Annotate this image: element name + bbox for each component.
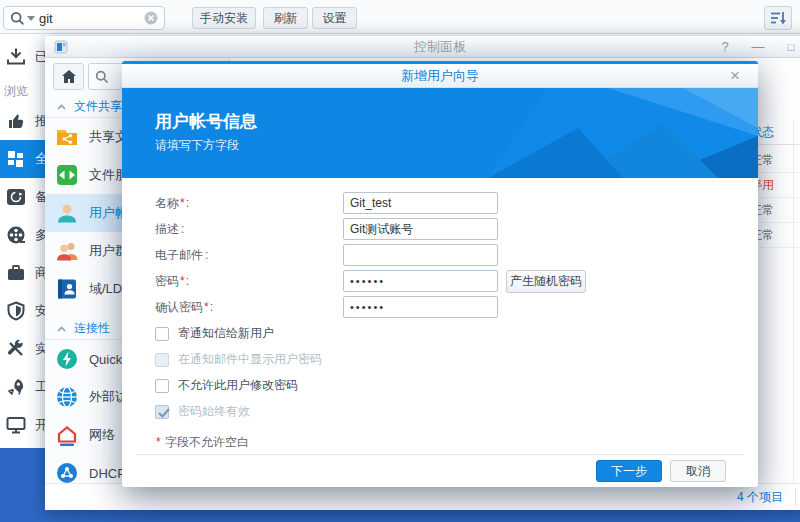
dialog-body: 名称*: 描述: 电子邮件: 密码*: 产生随机密码 确认密码*: 寄通知信给新… xyxy=(122,178,758,451)
field-label: 电子邮件: xyxy=(155,247,343,264)
cancel-button[interactable]: 取消 xyxy=(670,460,726,482)
refresh-button[interactable]: 刷新 xyxy=(263,7,308,29)
chevron-up-icon xyxy=(57,326,66,332)
footer-divider xyxy=(136,454,744,455)
sidebar-item-label: 网络 xyxy=(89,426,115,444)
sort-icon xyxy=(770,11,787,26)
tools-icon xyxy=(6,339,26,359)
checkbox-label: 密码始终有效 xyxy=(178,403,250,420)
quickconnect-icon xyxy=(55,347,79,371)
items-count: 4 个项目 xyxy=(737,489,783,506)
field-row-email: 电子邮件: xyxy=(155,242,758,268)
close-icon[interactable]: × xyxy=(724,65,746,87)
disallow-password-change-checkbox[interactable] xyxy=(155,379,169,393)
package-center-toolbar: 手动安装 刷新 设置 xyxy=(0,0,800,34)
dialog-title: 新增用户向导 xyxy=(122,64,758,88)
password-never-expires-checkbox xyxy=(155,405,169,419)
checkbox-row-password-never-expires: 密码始终有效 xyxy=(155,399,758,424)
field-label: 描述: xyxy=(155,221,343,238)
window-title: 控制面板 xyxy=(45,36,800,58)
field-row-name: 名称*: xyxy=(155,190,758,216)
dialog-header-title: 用户帐号信息 xyxy=(155,110,257,133)
next-button[interactable]: 下一步 xyxy=(596,460,662,482)
control-panel-app-icon xyxy=(54,40,68,54)
control-panel-statusbar: 4 个项目 xyxy=(45,483,800,510)
monitor-icon xyxy=(6,415,26,435)
show-password-in-mail-checkbox xyxy=(155,353,169,367)
column-divider xyxy=(793,120,794,496)
description-field[interactable] xyxy=(343,218,498,240)
file-service-icon xyxy=(55,163,79,187)
search-icon xyxy=(10,11,25,26)
clear-search-icon[interactable] xyxy=(144,11,158,25)
manual-install-button[interactable]: 手动安装 xyxy=(192,7,256,29)
checkbox-row-show-password-in-mail: 在通知邮件中显示用户密码 xyxy=(155,347,758,372)
section-label: 连接性 xyxy=(74,320,110,337)
control-panel-titlebar[interactable]: 控制面板 ? — □ xyxy=(45,36,800,58)
section-label: 文件共享 xyxy=(74,98,122,115)
briefcase-icon xyxy=(6,263,26,283)
check-icon xyxy=(156,405,172,421)
field-row-confirm-password: 确认密码*: xyxy=(155,294,758,320)
sort-button[interactable] xyxy=(764,6,792,30)
download-tray-icon xyxy=(6,47,26,67)
home-icon xyxy=(61,69,77,84)
domain-book-icon xyxy=(55,277,79,301)
send-notification-checkbox[interactable] xyxy=(155,327,169,341)
field-row-password: 密码*: 产生随机密码 xyxy=(155,268,758,294)
minimize-button[interactable]: — xyxy=(746,38,770,56)
generate-random-password-button[interactable]: 产生随机密码 xyxy=(506,270,586,293)
search-box[interactable] xyxy=(3,6,165,30)
thumbs-up-icon xyxy=(6,111,26,131)
new-user-wizard-dialog: 新增用户向导 × 用户帐号信息 请填写下方字段 名称*: 描述: 电子邮件: 密… xyxy=(122,61,758,487)
globe-icon xyxy=(55,385,79,409)
checkbox-row-send-notification: 寄通知信给新用户 xyxy=(155,321,758,346)
dialog-footer: 下一步 取消 xyxy=(122,454,758,487)
users-group-icon xyxy=(55,239,79,263)
confirm-password-field[interactable] xyxy=(343,296,498,318)
dialog-banner: 用户帐号信息 请填写下方字段 xyxy=(122,88,758,178)
grid-icon xyxy=(6,149,26,169)
field-row-description: 描述: xyxy=(155,216,758,242)
search-icon xyxy=(95,70,109,84)
statusbar-divider xyxy=(795,488,796,507)
help-button[interactable]: ? xyxy=(713,38,737,56)
settings-button[interactable]: 设置 xyxy=(312,7,357,29)
rocket-icon xyxy=(6,377,26,397)
checkbox-label: 寄通知信给新用户 xyxy=(178,325,274,342)
search-input[interactable] xyxy=(39,11,144,26)
network-house-icon xyxy=(55,423,79,447)
checkbox-row-disallow-password-change: 不允许此用户修改密码 xyxy=(155,373,758,398)
film-reel-icon xyxy=(6,225,26,245)
backup-icon xyxy=(6,187,26,207)
dhcp-server-icon xyxy=(55,461,79,485)
maximize-button[interactable]: □ xyxy=(779,38,800,56)
name-field[interactable] xyxy=(343,192,498,214)
checkbox-label: 在通知邮件中显示用户密码 xyxy=(178,351,322,368)
shared-folder-icon xyxy=(55,125,79,149)
email-field[interactable] xyxy=(343,244,498,266)
search-scope-caret-icon[interactable] xyxy=(27,15,35,21)
password-field[interactable] xyxy=(343,270,498,292)
home-button[interactable] xyxy=(53,63,84,90)
dialog-titlebar[interactable]: 新增用户向导 × xyxy=(122,61,758,88)
user-icon xyxy=(55,201,79,225)
field-label: 确认密码*: xyxy=(155,299,343,316)
chevron-up-icon xyxy=(57,104,66,110)
required-fields-note: * 字段不允许空白 xyxy=(155,434,758,451)
checkbox-label: 不允许此用户修改密码 xyxy=(178,377,298,394)
dialog-header-subtitle: 请填写下方字段 xyxy=(155,137,239,154)
banner-facet-pattern xyxy=(428,88,758,178)
shield-icon xyxy=(6,301,26,321)
field-label: 名称*: xyxy=(155,195,343,212)
field-label: 密码*: xyxy=(155,273,343,290)
